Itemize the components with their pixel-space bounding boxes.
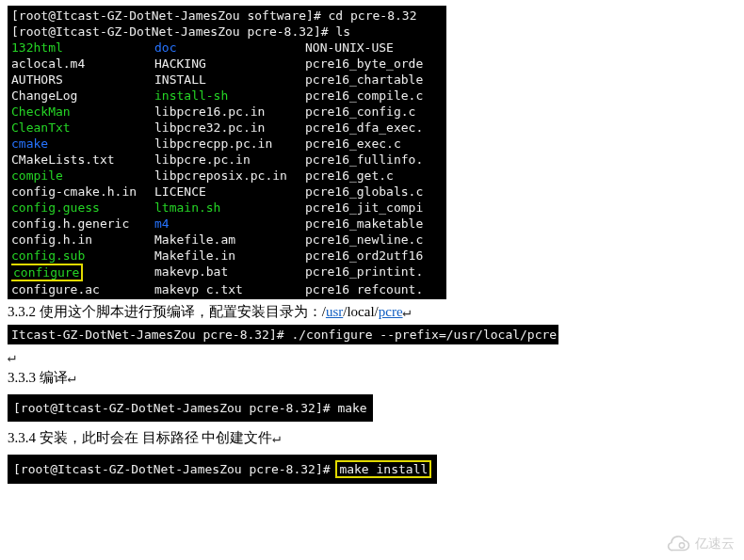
file-col2: libpcreposix.pc.in (154, 168, 287, 183)
terminal-configure-block: Itcast-GZ-DotNet-JamesZou pcre-8.32]# ./… (8, 325, 558, 344)
file-col2: Makefile.am (154, 232, 235, 247)
file-col3: pcre16_fullinfo. (305, 152, 428, 168)
ls-row: configure.acmakevp c.txtpcre16 refcount. (11, 281, 443, 297)
file-col1: CMakeLists.txt (11, 152, 115, 167)
file-col3: pcre16_compile.c (305, 88, 428, 104)
file-col2: LICENCE (154, 184, 206, 199)
terminal-configure-wrap: Itcast-GZ-DotNet-JamesZou pcre-8.32]# ./… (8, 325, 736, 344)
file-col2: ltmain.sh (154, 200, 220, 215)
file-col1: aclocal.m4 (11, 56, 85, 71)
file-col3: pcre16_maketable (305, 216, 428, 232)
file-col2: INSTALL (154, 72, 206, 87)
file-col1: config.guess (11, 200, 100, 215)
file-col1: cmake (11, 136, 48, 151)
file-col3: pcre16_chartable (305, 72, 428, 88)
file-col3: pcre16_dfa_exec. (305, 120, 428, 136)
line-end-marker: ↵ (403, 303, 412, 320)
ls-row: config.h.genericm4pcre16_maketable (11, 216, 443, 232)
ls-row: config.subMakefile.inpcre16_ord2utf16 (11, 248, 443, 264)
link-pcre[interactable]: pcre (379, 304, 403, 319)
ls-row: ChangeLoginstall-shpcre16_compile.c (11, 88, 443, 104)
file-col1: configure.ac (11, 282, 100, 296)
make-install-prompt: [root@Itcast-GZ-DotNet-JamesZou pcre-8.3… (13, 462, 337, 476)
file-col1: 132html (11, 40, 63, 55)
ls-row: CleanTxtlibpcre32.pc.inpcre16_dfa_exec. (11, 120, 443, 136)
file-col1: config.sub (11, 248, 85, 263)
file-col3: pcre16_config.c (305, 104, 428, 120)
ls-row: 132htmldocNON-UNIX-USE (11, 40, 443, 56)
ls-row: aclocal.m4HACKINGpcre16_byte_orde (11, 56, 443, 72)
make-command: make (337, 401, 366, 415)
section-334-text: 3.3.4 安装，此时会在 目标路径 中创建文件↵ (8, 429, 736, 447)
terminal-make-block: [root@Itcast-GZ-DotNet-JamesZou pcre-8.3… (8, 394, 373, 422)
file-col3: pcre16_newline.c (305, 232, 428, 248)
ls-row: cmakelibpcrecpp.pc.inpcre16_exec.c (11, 136, 443, 152)
file-col3: pcre16_get.c (305, 168, 428, 184)
configure-command: Itcast-GZ-DotNet-JamesZou pcre-8.32]# ./… (11, 328, 557, 342)
file-col3: pcre16_globals.c (305, 184, 428, 200)
file-col2: install-sh (154, 88, 228, 103)
ls-row: configuremakevp.batpcre16_printint. (11, 264, 443, 281)
ls-row: AUTHORSINSTALLpcre16_chartable (11, 72, 443, 88)
highlighted-file: configure (11, 264, 83, 281)
file-col1: config.h.in (11, 232, 92, 247)
terminal-make-install-wrap: [root@Itcast-GZ-DotNet-JamesZou pcre-8.3… (8, 455, 736, 484)
file-col2: libpcrecpp.pc.in (154, 136, 272, 151)
file-col1: CleanTxt (11, 120, 71, 135)
prompt-line-cd: [root@Itcast-GZ-DotNet-JamesZou software… (11, 8, 443, 24)
file-col2: makevp c.txt (154, 282, 243, 296)
link-usr[interactable]: usr (326, 304, 343, 319)
section-332-text: 3.3.2 使用这个脚本进行预编译，配置安装目录为：/usr/local/pcr… (8, 303, 736, 321)
file-col1: AUTHORS (11, 72, 63, 87)
prompt-line-ls: [root@Itcast-GZ-DotNet-JamesZou pcre-8.3… (11, 24, 443, 40)
ls-row: config.h.inMakefile.ampcre16_newline.c (11, 232, 443, 248)
section-333-text: 3.3.3 编译↵ (8, 369, 736, 387)
file-col2: HACKING (154, 56, 206, 71)
file-col2: Makefile.in (154, 248, 235, 263)
make-install-command: make install (335, 460, 431, 478)
line-end-marker: ↵ (272, 429, 281, 446)
ls-row: config-cmake.h.inLICENCEpcre16_globals.c (11, 184, 443, 200)
file-col1: config-cmake.h.in (11, 184, 137, 199)
file-col2: libpcre32.pc.in (154, 120, 265, 135)
file-col3: pcre16_byte_orde (305, 56, 428, 72)
file-col3: pcre16_exec.c (305, 136, 428, 152)
make-prompt: [root@Itcast-GZ-DotNet-JamesZou pcre-8.3… (13, 401, 337, 415)
ls-row: CheckManlibpcre16.pc.inpcre16_config.c (11, 104, 443, 120)
ls-row: config.guessltmain.shpcre16_jit_compi (11, 200, 443, 216)
file-col1: ChangeLog (11, 88, 77, 103)
file-col2: libpcre16.pc.in (154, 104, 265, 119)
file-col2: libpcre.pc.in (154, 152, 251, 167)
terminal-make-install-block: [root@Itcast-GZ-DotNet-JamesZou pcre-8.3… (8, 455, 437, 484)
file-col3: pcre16_jit_compi (305, 200, 428, 216)
line-end-marker: ↵ (68, 369, 76, 386)
blank-line-marker: ↵ (8, 348, 736, 365)
terminal-make-wrap: [root@Itcast-GZ-DotNet-JamesZou pcre-8.3… (8, 394, 736, 422)
file-col2: doc (154, 40, 176, 55)
file-col2: makevp.bat (154, 264, 228, 279)
file-col3: pcre16_ord2utf16 (305, 248, 428, 264)
file-col3: pcre16_printint. (305, 264, 428, 280)
file-col2: m4 (154, 216, 170, 231)
file-col1: compile (11, 168, 63, 183)
ls-row: CMakeLists.txtlibpcre.pc.inpcre16_fullin… (11, 152, 443, 168)
file-col1: config.h.generic (11, 216, 129, 231)
file-col1: CheckMan (11, 104, 71, 119)
ls-row: compilelibpcreposix.pc.inpcre16_get.c (11, 168, 443, 184)
file-col3: pcre16 refcount. (305, 281, 428, 297)
file-col3: NON-UNIX-USE (305, 40, 428, 56)
terminal-ls-block: [root@Itcast-GZ-DotNet-JamesZou software… (8, 6, 446, 299)
